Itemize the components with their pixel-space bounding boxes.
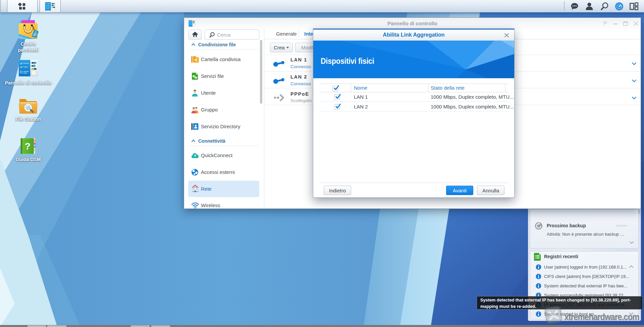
svg-text:?: ? [25, 141, 31, 151]
